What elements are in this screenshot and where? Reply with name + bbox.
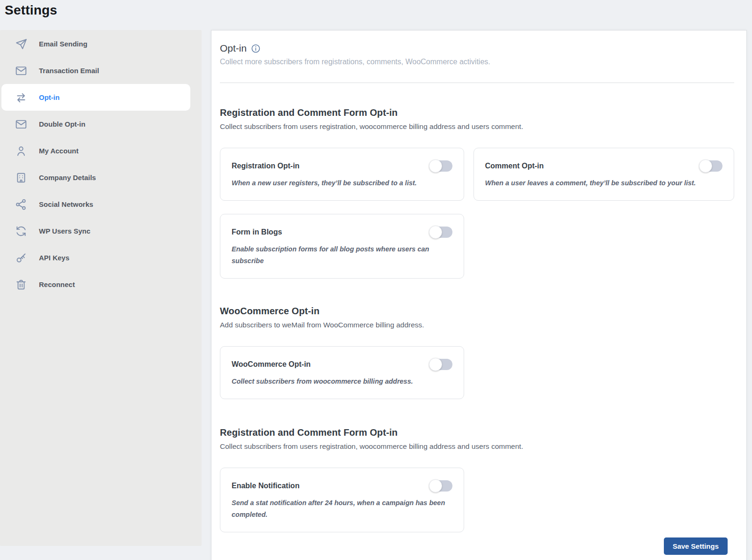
- toggle-knob: [429, 358, 442, 371]
- sidebar-item-label: Opt-in: [39, 93, 60, 101]
- sidebar-item-opt-in[interactable]: Opt-in: [1, 84, 190, 111]
- share-icon: [15, 198, 27, 211]
- sidebar-item-label: Email Sending: [39, 40, 87, 48]
- section-heading: Registration and Comment Form Opt-in: [220, 107, 734, 118]
- sidebar-item-label: My Account: [39, 147, 78, 155]
- card-description: Collect subscribers from woocommerce bil…: [232, 376, 452, 387]
- page-title: Settings: [5, 3, 57, 18]
- card-header: Enable Notification: [232, 480, 452, 492]
- sidebar-item-label: Transaction Email: [39, 67, 99, 75]
- key-icon: [15, 252, 27, 264]
- trash-icon: [15, 279, 27, 291]
- opt-in-settings-panel: Opt-in Collect more subscribers from reg…: [211, 30, 747, 560]
- toggle-knob: [429, 479, 442, 492]
- sidebar-item-label: Social Networks: [39, 200, 93, 208]
- sidebar-item-social-networks[interactable]: Social Networks: [1, 191, 190, 218]
- card-description: Enable subscription forms for all blog p…: [232, 243, 452, 267]
- card-registration-opt-in: Registration Opt-in When a new user regi…: [220, 148, 464, 201]
- section-registration-comment-opt-in: Registration and Comment Form Opt-in Col…: [220, 107, 734, 279]
- card-title: Comment Opt-in: [485, 162, 544, 170]
- info-icon[interactable]: [251, 44, 261, 53]
- section-heading: Registration and Comment Form Opt-in: [220, 427, 734, 438]
- section-woocommerce-opt-in: WooCommerce Opt-in Add subscribers to we…: [220, 306, 734, 399]
- card-header: Form in Blogs: [232, 227, 452, 238]
- section-description: Collect subscribers from users registrat…: [220, 442, 734, 451]
- card-form-in-blogs: Form in Blogs Enable subscription forms …: [220, 214, 464, 279]
- envelope-icon: [15, 118, 27, 130]
- sidebar-item-label: WP Users Sync: [39, 227, 90, 235]
- toggle-knob: [429, 226, 442, 239]
- sidebar-item-label: Reconnect: [39, 280, 75, 288]
- toggle-knob: [699, 159, 712, 173]
- sync-icon: [15, 225, 27, 237]
- envelope-icon: [15, 65, 27, 77]
- card-description: When a new user registers, they’ll be su…: [232, 177, 452, 189]
- sidebar-item-email-sending[interactable]: Email Sending: [1, 30, 190, 57]
- card-description: When a user leaves a comment, they’ll be…: [485, 177, 696, 189]
- sidebar-item-reconnect[interactable]: Reconnect: [1, 271, 190, 298]
- card-enable-notification: Enable Notification Send a stat notifica…: [220, 468, 464, 532]
- card-title: WooCommerce Opt-in: [232, 360, 311, 369]
- card-title: Enable Notification: [232, 482, 300, 490]
- panel-subtitle: Collect more subscribers from registrati…: [220, 58, 734, 66]
- divider: [220, 83, 734, 83]
- user-icon: [15, 145, 27, 157]
- enable-notification-toggle[interactable]: [430, 480, 452, 492]
- sidebar-item-label: API Keys: [39, 254, 69, 262]
- toggle-knob: [429, 159, 442, 173]
- panel-title: Opt-in: [220, 43, 247, 54]
- settings-page: Settings Email Sending Transaction Email…: [0, 0, 752, 560]
- card-header: Registration Opt-in: [232, 160, 452, 172]
- form-in-blogs-toggle[interactable]: [430, 227, 452, 238]
- sidebar-item-company-details[interactable]: Company Details: [1, 164, 190, 191]
- building-icon: [15, 172, 27, 184]
- cards-row: Form in Blogs Enable subscription forms …: [220, 214, 734, 279]
- card-header: Comment Opt-in: [485, 160, 722, 172]
- card-comment-opt-in: Comment Opt-in When a user leaves a comm…: [474, 148, 734, 201]
- save-row: Save Settings: [220, 537, 728, 555]
- card-description: Send a stat notification after 24 hours,…: [232, 497, 452, 521]
- panel-header: Opt-in: [220, 43, 734, 54]
- sidebar-item-double-opt-in[interactable]: Double Opt-in: [1, 111, 190, 137]
- cards-row: WooCommerce Opt-in Collect subscribers f…: [220, 346, 734, 399]
- section-heading: WooCommerce Opt-in: [220, 306, 734, 317]
- sidebar-item-transaction-email[interactable]: Transaction Email: [1, 57, 190, 84]
- cards-row: Registration Opt-in When a new user regi…: [220, 148, 734, 201]
- card-title: Registration Opt-in: [232, 162, 300, 170]
- sidebar-item-my-account[interactable]: My Account: [1, 137, 190, 164]
- sidebar-item-label: Company Details: [39, 174, 96, 182]
- card-woocommerce-opt-in: WooCommerce Opt-in Collect subscribers f…: [220, 346, 464, 399]
- sidebar-item-wp-users-sync[interactable]: WP Users Sync: [1, 218, 190, 244]
- sidebar-item-label: Double Opt-in: [39, 120, 85, 128]
- settings-sidebar: Email Sending Transaction Email Opt-in D…: [0, 30, 202, 546]
- registration-opt-in-toggle[interactable]: [430, 160, 452, 172]
- comment-opt-in-toggle[interactable]: [700, 160, 722, 172]
- cards-row: Enable Notification Send a stat notifica…: [220, 468, 734, 532]
- section-notification-opt-in: Registration and Comment Form Opt-in Col…: [220, 427, 734, 532]
- card-title: Form in Blogs: [232, 228, 282, 236]
- section-description: Add subscribers to weMail from WooCommer…: [220, 321, 734, 329]
- card-header: WooCommerce Opt-in: [232, 359, 452, 370]
- sidebar-item-api-keys[interactable]: API Keys: [1, 244, 190, 271]
- save-settings-button[interactable]: Save Settings: [664, 537, 728, 555]
- woocommerce-opt-in-toggle[interactable]: [430, 359, 452, 370]
- section-description: Collect subscribers from users registrat…: [220, 122, 734, 131]
- swap-arrows-icon: [15, 91, 27, 104]
- send-icon: [15, 38, 27, 50]
